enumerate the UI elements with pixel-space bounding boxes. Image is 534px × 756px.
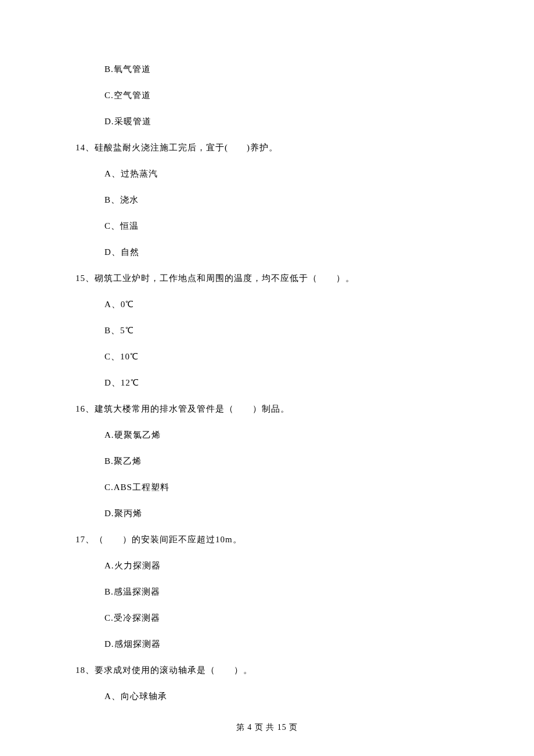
question-stem: 16、建筑大楼常用的排水管及管件是（ ）制品。: [75, 404, 459, 415]
option-text: A、向心球轴承: [104, 691, 459, 702]
option-text: B.氧气管道: [104, 64, 459, 75]
question-stem: 14、硅酸盐耐火浇注施工完后，宜于( )养护。: [75, 142, 459, 153]
option-text: D、自然: [104, 247, 459, 258]
option-text: A、过热蒸汽: [104, 168, 459, 179]
question-stem: 17、（ ）的安装间距不应超过10m。: [75, 534, 459, 545]
option-text: D.感烟探测器: [104, 639, 459, 650]
page-footer: 第 4 页 共 15 页: [0, 722, 534, 733]
page-content: B.氧气管道 C.空气管道 D.采暖管道 14、硅酸盐耐火浇注施工完后，宜于( …: [0, 0, 534, 702]
option-text: B、浇水: [104, 195, 459, 206]
option-text: C、恒温: [104, 221, 459, 232]
option-text: C.受冷探测器: [104, 613, 459, 624]
option-text: B.聚乙烯: [104, 456, 459, 467]
option-text: A.火力探测器: [104, 560, 459, 571]
option-text: D.聚丙烯: [104, 508, 459, 519]
question-stem: 18、要求成对使用的滚动轴承是（ ）。: [75, 665, 459, 676]
option-text: C、10℃: [104, 351, 459, 362]
question-stem: 15、砌筑工业炉时，工作地点和周围的温度，均不应低于（ ）。: [75, 273, 459, 284]
option-text: B.感温探测器: [104, 586, 459, 597]
option-text: A.硬聚氯乙烯: [104, 430, 459, 441]
option-text: B、5℃: [104, 325, 459, 336]
option-text: C.空气管道: [104, 90, 459, 101]
option-text: C.ABS工程塑料: [104, 482, 459, 493]
option-text: A、0℃: [104, 299, 459, 310]
option-text: D.采暖管道: [104, 116, 459, 127]
option-text: D、12℃: [104, 377, 459, 388]
